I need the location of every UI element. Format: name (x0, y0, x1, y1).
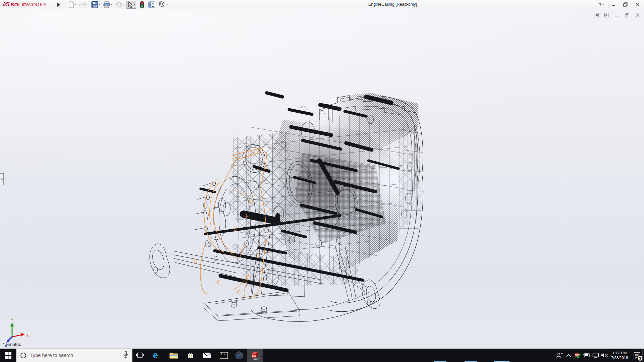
pane-arrow-left-icon (594, 13, 599, 17)
people-icon (556, 352, 563, 358)
edge-browser-icon: e (152, 351, 162, 360)
help-button[interactable]: ?▾ (598, 1, 605, 8)
close-document-button[interactable] (635, 12, 641, 18)
close-window-button[interactable] (634, 1, 641, 8)
people-button[interactable] (555, 349, 564, 362)
menu-expand-button[interactable] (56, 1, 62, 8)
file-properties-button[interactable] (147, 1, 156, 9)
minimize-doc-icon (615, 13, 619, 17)
sw-monitor-check-icon: SW (574, 352, 581, 358)
battery-button[interactable] (582, 349, 591, 362)
print-dropdown-icon[interactable]: ▾ (111, 3, 112, 6)
quick-access-toolbar: ▾ ▾ ▾ ▾ (67, 0, 169, 9)
restore-window-button[interactable] (622, 1, 629, 8)
undo-button[interactable]: ▾ (114, 1, 125, 9)
document-title: EngineCasing [Read-only] (368, 2, 417, 7)
select-cursor-icon (127, 1, 133, 8)
mail-icon (203, 352, 212, 359)
new-document-icon (68, 1, 74, 8)
taskbar-store-button[interactable] (183, 349, 198, 362)
model-viewport-canvas[interactable]: Y X Z (0, 9, 644, 349)
show-desktop-button[interactable] (642, 349, 644, 362)
command-prompt-icon: C:\_ (220, 352, 228, 359)
triad-y-label: Y (11, 318, 13, 322)
taskbar-edrawings-button[interactable] (232, 349, 247, 362)
taskbar-solidworks-button[interactable]: SW 2017 (247, 349, 263, 362)
task-view-icon (136, 352, 144, 359)
clock-time: 1:17 PM (609, 351, 630, 355)
collapse-right-pane-button[interactable] (603, 12, 609, 18)
options-gear-icon (159, 1, 166, 8)
save-dropdown-icon[interactable]: ▾ (99, 3, 100, 6)
taskbar-cmd-button[interactable]: C:\_ (216, 349, 231, 362)
clock-date: 7/23/2018 (609, 355, 630, 360)
select-button[interactable]: ▾ (126, 1, 136, 9)
microphone-icon[interactable] (123, 351, 129, 360)
solidworks-logo: ∂S SOLIDWORKS (3, 1, 47, 8)
svg-text:SW: SW (575, 354, 579, 356)
app-title-bar: ∂S SOLIDWORKS ▾ ▾ ▾ (0, 0, 644, 9)
help-dropdown-icon: ▾ (603, 3, 604, 6)
undo-dropdown-icon[interactable]: ▾ (123, 3, 124, 6)
open-dropdown-icon[interactable]: ▾ (87, 3, 89, 6)
close-icon (636, 3, 640, 7)
sw-resource-monitor-button[interactable]: SW (573, 349, 582, 362)
file-explorer-icon (169, 352, 178, 359)
open-folder-icon (79, 1, 87, 8)
options-dropdown-icon[interactable]: ▾ (166, 3, 168, 6)
action-center-button[interactable]: 3 (630, 349, 644, 362)
battery-charging-icon (583, 353, 590, 358)
pane-arrow-right-icon (604, 13, 609, 17)
save-floppy-icon (91, 1, 98, 8)
restore-doc-icon (625, 13, 630, 17)
print-button[interactable]: ▾ (102, 1, 113, 9)
windows-taskbar: Type here to search e (0, 349, 644, 362)
restore-icon (623, 2, 628, 7)
collapse-left-pane-button[interactable] (593, 12, 599, 18)
taskbar-mail-button[interactable] (200, 349, 215, 362)
microsoft-store-icon (186, 351, 195, 359)
feature-manager-collapsed-tab[interactable] (0, 173, 4, 185)
solidworks-2017-icon: SW 2017 (250, 351, 259, 360)
open-document-button[interactable]: ▾ (78, 1, 90, 9)
view-orientation-label: *Dimetric (3, 342, 21, 347)
window-controls: ?▾ (598, 0, 641, 9)
toolbar-separator (51, 0, 51, 9)
expand-arrow-icon (57, 2, 60, 7)
rebuild-button[interactable] (139, 0, 145, 9)
select-dropdown-icon[interactable]: ▾ (134, 3, 135, 6)
print-icon (103, 1, 110, 8)
network-button[interactable] (591, 349, 600, 362)
taskbar-clock[interactable]: 1:17 PM 7/23/2018 (609, 351, 630, 360)
start-button[interactable] (0, 349, 16, 362)
help-label: ? (599, 2, 602, 7)
svg-text:e: e (153, 351, 158, 360)
taskbar-search-input[interactable]: Type here to search (16, 349, 132, 362)
new-dropdown-icon[interactable]: ▾ (75, 3, 76, 6)
task-view-button[interactable] (132, 349, 147, 362)
taskbar-edge-button[interactable]: e (150, 349, 164, 362)
minimize-icon (611, 3, 615, 7)
close-doc-icon (636, 13, 640, 17)
triad-x-label: X (26, 333, 29, 337)
taskbar-file-explorer-button[interactable] (166, 349, 181, 362)
brand-works-text: WORKS (27, 2, 47, 7)
hidden-icons-button[interactable] (564, 349, 573, 362)
restore-document-button[interactable] (624, 12, 630, 18)
dassault-logo-icon: ∂S (3, 1, 10, 8)
minimize-window-button[interactable] (610, 1, 617, 8)
graphics-viewport: Y X Z *Dimetric (0, 9, 644, 349)
save-button[interactable]: ▾ (90, 0, 101, 9)
options-button[interactable]: ▾ (158, 0, 169, 9)
new-document-button[interactable]: ▾ (67, 0, 77, 9)
cortana-icon (20, 353, 26, 358)
windows-logo-icon (5, 352, 11, 359)
minimize-document-button[interactable] (614, 12, 620, 18)
brand-solid-text: SOLID (11, 2, 27, 7)
edrawings-hexagon-icon (235, 351, 244, 360)
sw-cube-letters: SW (252, 354, 256, 357)
cmd-prompt-label: C:\_ (221, 353, 226, 356)
volume-button[interactable] (600, 349, 609, 362)
rebuild-traffic-light-icon (140, 1, 144, 8)
volume-muted-icon (601, 353, 608, 358)
